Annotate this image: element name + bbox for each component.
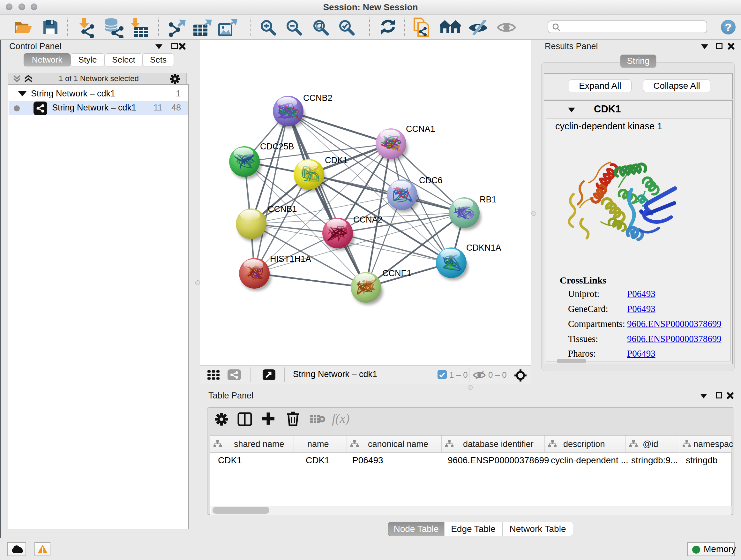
svg-text:CCNA2: CCNA2	[353, 215, 383, 225]
svg-text:HIST1H1A: HIST1H1A	[270, 254, 311, 264]
svg-text:CDC6: CDC6	[419, 176, 443, 185]
svg-text:CCNB1: CCNB1	[268, 204, 297, 214]
svg-text:CDK1: CDK1	[325, 155, 348, 165]
svg-text:CDC25B: CDC25B	[260, 142, 294, 151]
svg-text:CDKN1A: CDKN1A	[466, 243, 501, 253]
svg-text:CCNA1: CCNA1	[406, 124, 435, 134]
svg-text:CCNE1: CCNE1	[382, 268, 412, 278]
svg-text:CCNB2: CCNB2	[303, 93, 333, 103]
svg-text:RB1: RB1	[480, 195, 496, 204]
